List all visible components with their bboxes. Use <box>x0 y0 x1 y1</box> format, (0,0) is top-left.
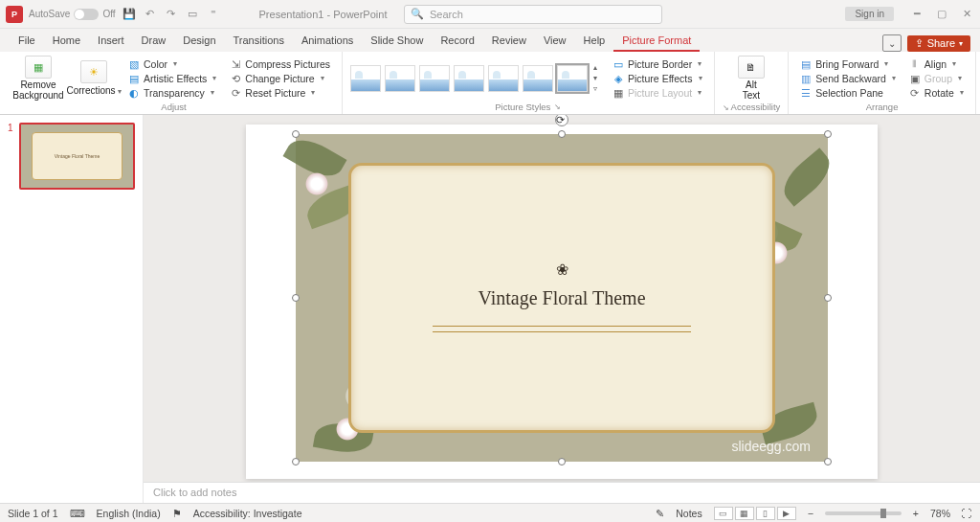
resize-handle[interactable] <box>824 130 832 138</box>
search-icon: 🔍 <box>411 8 424 20</box>
minimize-icon[interactable]: ━ <box>909 7 924 22</box>
start-from-begin-icon[interactable]: ▭ <box>185 7 200 22</box>
zoom-in-button[interactable]: + <box>913 508 919 519</box>
picture-effects-button[interactable]: ◈Picture Effects <box>609 72 706 85</box>
share-label: Share <box>927 37 955 49</box>
status-notes-button[interactable]: Notes <box>676 508 702 519</box>
close-icon[interactable]: ✕ <box>959 7 974 22</box>
sign-in-button[interactable]: Sign in <box>845 7 894 21</box>
reading-view-button[interactable]: ▯ <box>756 507 775 520</box>
share-icon: ⇪ <box>915 37 924 50</box>
color-icon: ▧ <box>128 58 140 70</box>
artistic-effects-button[interactable]: ▤Artistic Effects <box>124 72 220 85</box>
style-thumb[interactable] <box>454 65 484 92</box>
resize-handle[interactable] <box>292 294 300 302</box>
bring-forward-button[interactable]: ▤Bring Forward <box>796 57 900 71</box>
resize-handle[interactable] <box>558 458 566 465</box>
maximize-icon[interactable]: ▢ <box>934 7 949 22</box>
selected-picture[interactable]: ❀ Vintage Floral Theme slideegg.com ⟳ <box>296 134 828 462</box>
undo-icon[interactable]: ↶ <box>143 7 158 22</box>
gallery-down-icon[interactable]: ▾ <box>593 74 597 82</box>
rotate-button[interactable]: ⟳Rotate <box>905 86 968 100</box>
autosave-toggle[interactable]: AutoSave Off <box>29 9 116 20</box>
search-box[interactable]: 🔍 Search <box>404 5 662 24</box>
style-thumb[interactable] <box>350 65 381 92</box>
compress-pictures-button[interactable]: ⇲Compress Pictures <box>226 57 334 71</box>
tab-review[interactable]: Review <box>483 31 535 52</box>
tab-record[interactable]: Record <box>432 31 482 52</box>
zoom-level[interactable]: 78% <box>930 508 950 519</box>
divider-line <box>433 326 691 327</box>
rotation-handle[interactable]: ⟳ <box>555 115 568 126</box>
tab-view[interactable]: View <box>535 31 575 52</box>
tab-help[interactable]: Help <box>575 31 614 52</box>
notes-icon[interactable]: ✎ <box>656 508 664 519</box>
share-button[interactable]: ⇪ Share ▾ <box>907 35 970 52</box>
save-icon[interactable]: 💾 <box>122 7 137 22</box>
change-picture-button[interactable]: ⟲Change Picture <box>226 72 334 85</box>
title-bar: P AutoSave Off 💾 ↶ ↷ ▭ ⁼ Presentation1 -… <box>0 0 980 29</box>
status-accessibility[interactable]: Accessibility: Investigate <box>193 508 302 519</box>
accessibility-icon[interactable]: ⚑ <box>172 508 182 519</box>
quick-access-toolbar: 💾 ↶ ↷ ▭ ⁼ <box>122 7 221 22</box>
tab-transitions[interactable]: Transitions <box>225 31 293 52</box>
zoom-slider[interactable] <box>825 511 902 515</box>
send-backward-button[interactable]: ▥Send Backward <box>796 72 900 85</box>
tab-home[interactable]: Home <box>44 31 89 52</box>
qat-more-icon[interactable]: ⁼ <box>206 7 221 22</box>
view-buttons: ▭ ▦ ▯ ▶ <box>714 507 796 520</box>
resize-handle[interactable] <box>292 458 300 465</box>
lang-icon[interactable]: ⌨ <box>70 508 85 519</box>
slide[interactable]: ❀ Vintage Floral Theme slideegg.com ⟳ <box>246 125 878 479</box>
align-button[interactable]: ⫴Align <box>905 57 968 71</box>
notes-pane[interactable]: Click to add notes <box>144 482 980 503</box>
style-thumb[interactable] <box>488 65 519 92</box>
redo-icon[interactable]: ↷ <box>164 7 179 22</box>
resize-handle[interactable] <box>558 130 566 138</box>
tab-draw[interactable]: Draw <box>133 31 175 52</box>
bring-forward-icon: ▤ <box>800 58 812 70</box>
tab-slide-show[interactable]: Slide Show <box>362 31 432 52</box>
picture-style-gallery[interactable]: ▴ ▾ ▿ <box>350 63 597 93</box>
status-language[interactable]: English (India) <box>97 508 161 519</box>
resize-handle[interactable] <box>824 458 832 465</box>
picture-border-button[interactable]: ▭Picture Border <box>609 57 706 71</box>
resize-handle[interactable] <box>824 294 832 302</box>
style-thumb[interactable] <box>419 65 450 92</box>
tab-file[interactable]: File <box>10 31 44 52</box>
normal-view-button[interactable]: ▭ <box>714 507 733 520</box>
group-picture-styles: ▴ ▾ ▿ ▭Picture Border ◈Picture Effects ▦… <box>343 52 715 114</box>
style-thumb-selected[interactable] <box>557 65 588 92</box>
remove-background-button[interactable]: ▦ RemoveBackground <box>13 56 63 101</box>
color-button[interactable]: ▧Color <box>124 57 220 71</box>
toggle-icon[interactable] <box>74 9 99 20</box>
slide-panel[interactable]: 1 Vintage Floral Theme <box>0 115 144 503</box>
ribbon-tabs: FileHomeInsertDrawDesignTransitionsAnima… <box>0 29 980 52</box>
tab-design[interactable]: Design <box>174 31 224 52</box>
corrections-label: Corrections <box>66 85 121 96</box>
style-thumb[interactable] <box>523 65 553 92</box>
gallery-up-icon[interactable]: ▴ <box>593 63 597 72</box>
slideshow-view-button[interactable]: ▶ <box>777 507 796 520</box>
tab-animations[interactable]: Animations <box>293 31 362 52</box>
corrections-button[interactable]: ☀ Corrections <box>69 60 119 96</box>
reset-picture-button[interactable]: ⟳Reset Picture <box>226 86 334 100</box>
dialog-launcher-icon[interactable]: ↘ <box>554 102 561 111</box>
ribbon-display-options-icon[interactable]: ⌄ <box>882 34 902 52</box>
fit-to-window-button[interactable]: ⛶ <box>962 508 972 519</box>
tab-picture-format[interactable]: Picture Format <box>613 31 700 52</box>
zoom-out-button[interactable]: − <box>808 508 813 519</box>
sorter-view-button[interactable]: ▦ <box>735 507 754 520</box>
tab-insert[interactable]: Insert <box>89 31 133 52</box>
resize-handle[interactable] <box>292 130 300 138</box>
alt-text-button[interactable]: 🗎 AltText <box>726 56 776 101</box>
gallery-more-icon[interactable]: ▿ <box>593 84 597 93</box>
style-thumb[interactable] <box>385 65 415 92</box>
group-accessibility: 🗎 AltText ↘Accessibility <box>715 52 790 114</box>
slide-canvas[interactable]: ❀ Vintage Floral Theme slideegg.com ⟳ <box>144 115 980 482</box>
transparency-button[interactable]: ◐Transparency <box>124 86 220 100</box>
group-label-adjust: Adjust <box>161 102 186 113</box>
selection-pane-button[interactable]: ☰Selection Pane <box>796 86 900 100</box>
editor: ❀ Vintage Floral Theme slideegg.com ⟳ <box>144 115 980 503</box>
slide-thumbnail[interactable]: Vintage Floral Theme <box>19 123 135 190</box>
